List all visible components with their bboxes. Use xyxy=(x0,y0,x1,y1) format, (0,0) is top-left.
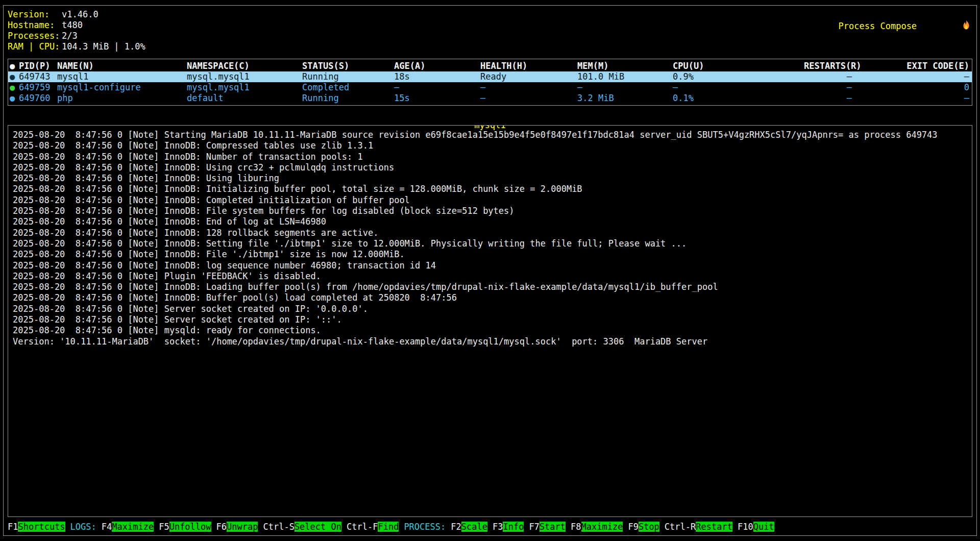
shortcut-label[interactable]: Scale xyxy=(461,522,487,532)
log-line: 2025-08-20 8:47:56 0 [Note] InnoDB: End … xyxy=(13,216,967,227)
status-section-process: PROCESS: xyxy=(404,522,446,532)
process-table: ● PID(P) NAME(N) NAMESPACE(C) STATUS(S) … xyxy=(8,59,972,106)
cell-namespace: mysql.mysql1 xyxy=(187,82,302,93)
log-line: 2025-08-20 8:47:56 0 [Note] InnoDB: Usin… xyxy=(13,162,967,173)
cell-age: 15s xyxy=(394,93,480,104)
cell-status: Completed xyxy=(302,82,394,93)
shortcut-f6-unwrap[interactable]: F6Unwrap xyxy=(216,522,258,532)
shortcut-key: F1 xyxy=(8,522,18,532)
status-section-logs: LOGS: xyxy=(70,522,96,532)
version-line: Version:v1.46.0 xyxy=(8,9,145,20)
shortcut-f8-maximize-process[interactable]: F8Maximize xyxy=(571,522,623,532)
shortcut-f7-start[interactable]: F7Start xyxy=(529,522,566,532)
version-value: v1.46.0 xyxy=(62,9,99,19)
shortcut-key: F4 xyxy=(102,522,112,532)
cell-pid: 649760 xyxy=(19,93,57,104)
log-line: 2025-08-20 8:47:56 0 [Note] Starting Mar… xyxy=(13,130,967,140)
col-restarts[interactable]: RESTARTS(R) xyxy=(804,61,852,71)
cell-exit-code: 0 xyxy=(852,82,969,93)
shortcut-key: F2 xyxy=(451,522,461,532)
ram-cpu-label: RAM | CPU: xyxy=(8,41,62,52)
status-dot-header: ● xyxy=(10,61,19,71)
ram-cpu-line: RAM | CPU:104.3 MiB | 1.0% xyxy=(8,41,145,52)
log-line: 2025-08-20 8:47:56 0 [Note] Server socke… xyxy=(13,304,967,314)
hostname-value: t480 xyxy=(62,20,83,30)
shortcut-label[interactable]: Unwrap xyxy=(227,522,258,532)
processes-line: Processes:2/3 xyxy=(8,31,145,41)
shortcut-f2-scale[interactable]: F2Scale xyxy=(451,522,487,532)
cell-age: 18s xyxy=(394,71,480,82)
log-line: 2025-08-20 8:47:56 0 [Note] mysqld: read… xyxy=(13,325,967,336)
shortcut-key: F3 xyxy=(493,522,503,532)
log-panel[interactable]: mysql1 2025-08-20 8:47:56 0 [Note] Start… xyxy=(8,125,972,517)
shortcut-label[interactable]: Stop xyxy=(639,522,659,532)
shortcut-f10-quit[interactable]: F10Quit xyxy=(738,522,774,532)
log-line: 2025-08-20 8:47:56 0 [Note] InnoDB: Sett… xyxy=(13,238,967,249)
col-age[interactable]: AGE(A) xyxy=(394,61,480,71)
shortcut-key: F6 xyxy=(216,522,227,532)
cell-exit-code: – xyxy=(852,93,969,104)
process-row-mysql1[interactable]: ● 649743 mysql1 mysql.mysql1 Running 18s… xyxy=(8,71,972,82)
col-pid[interactable]: PID(P) xyxy=(19,61,57,71)
shortcut-label[interactable]: Shortcuts xyxy=(18,522,65,532)
shortcut-label[interactable]: Select On xyxy=(295,522,341,532)
status-dot: ● xyxy=(10,82,19,93)
hostname-label: Hostname: xyxy=(8,20,62,31)
shortcut-key: Ctrl-F xyxy=(347,522,378,532)
log-line: 2025-08-20 8:47:56 0 [Note] Server socke… xyxy=(13,314,967,325)
cell-mem: – xyxy=(577,82,673,93)
log-panel-title: mysql1 xyxy=(474,125,506,131)
shortcut-f9-stop[interactable]: F9Stop xyxy=(628,522,659,532)
shortcut-label[interactable]: Start xyxy=(540,522,566,532)
col-health[interactable]: HEALTH(H) xyxy=(480,61,577,71)
log-line: 2025-08-20 8:47:56 0 [Note] InnoDB: Numb… xyxy=(13,152,967,162)
processes-value: 2/3 xyxy=(62,31,78,41)
header: Version:v1.46.0 Hostname:t480 Processes:… xyxy=(8,9,972,52)
app-title: Process Compose xyxy=(839,9,972,43)
col-mem[interactable]: MEM(M) xyxy=(577,61,673,71)
app-title-text: Process Compose xyxy=(839,21,917,32)
cell-restarts: – xyxy=(804,71,852,82)
col-status[interactable]: STATUS(S) xyxy=(302,61,394,71)
process-row-mysql1-configure[interactable]: ● 649759 mysql1-configure mysql.mysql1 C… xyxy=(8,82,972,93)
shortcut-f5-unfollow[interactable]: F5Unfollow xyxy=(159,522,211,532)
status-dot: ● xyxy=(10,93,19,104)
col-exit-code[interactable]: EXIT CODE(E) xyxy=(852,61,969,71)
shortcut-label[interactable]: Quit xyxy=(753,522,774,532)
shortcut-label[interactable]: Restart xyxy=(696,522,732,532)
status-dot: ● xyxy=(10,71,19,82)
log-line: 2025-08-20 8:47:56 0 [Note] InnoDB: Comp… xyxy=(13,140,967,151)
shortcut-ctrl-s-select-on[interactable]: Ctrl-SSelect On xyxy=(263,522,341,532)
app-frame: Version:v1.46.0 Hostname:t480 Processes:… xyxy=(3,5,977,536)
log-line: 2025-08-20 8:47:56 0 [Note] InnoDB: Comp… xyxy=(13,195,967,206)
shortcut-key: F9 xyxy=(628,522,638,532)
shortcut-f3-info[interactable]: F3Info xyxy=(493,522,524,532)
log-line: 2025-08-20 8:47:56 0 [Note] InnoDB: Usin… xyxy=(13,173,967,184)
cell-mem: 101.0 MiB xyxy=(577,71,673,82)
log-line: Version: '10.11.11-MariaDB' socket: '/ho… xyxy=(13,336,967,347)
col-namespace[interactable]: NAMESPACE(C) xyxy=(187,61,302,71)
shortcut-key: F8 xyxy=(571,522,581,532)
shortcut-f4-maximize-logs[interactable]: F4Maximize xyxy=(102,522,154,532)
process-row-php[interactable]: ● 649760 php default Running 15s – 3.2 M… xyxy=(8,93,972,104)
shortcut-label[interactable]: Maximize xyxy=(581,522,623,532)
shortcut-key: F7 xyxy=(529,522,539,532)
shortcut-label[interactable]: Unfollow xyxy=(169,522,211,532)
hostname-line: Hostname:t480 xyxy=(8,20,145,31)
shortcut-ctrl-r-restart[interactable]: Ctrl-RRestart xyxy=(665,522,732,532)
col-name[interactable]: NAME(N) xyxy=(57,61,187,71)
cell-namespace: mysql.mysql1 xyxy=(187,71,302,82)
cell-cpu: 0.9% xyxy=(673,71,804,82)
log-line: 2025-08-20 8:47:56 0 [Note] InnoDB: File… xyxy=(13,206,967,216)
log-line: 2025-08-20 8:47:56 0 [Note] InnoDB: log … xyxy=(13,260,967,271)
shortcut-f1-shortcuts[interactable]: F1Shortcuts xyxy=(8,522,65,532)
cell-name: mysql1 xyxy=(57,71,187,82)
shortcut-key: Ctrl-S xyxy=(263,522,294,532)
cell-cpu: 0.1% xyxy=(673,93,804,104)
shortcut-label[interactable]: Maximize xyxy=(112,522,154,532)
col-cpu[interactable]: CPU(U) xyxy=(673,61,804,71)
cell-age: – xyxy=(394,82,480,93)
shortcut-ctrl-f-find[interactable]: Ctrl-FFind xyxy=(347,522,399,532)
shortcut-label[interactable]: Info xyxy=(503,522,524,532)
shortcut-label[interactable]: Find xyxy=(378,522,399,532)
